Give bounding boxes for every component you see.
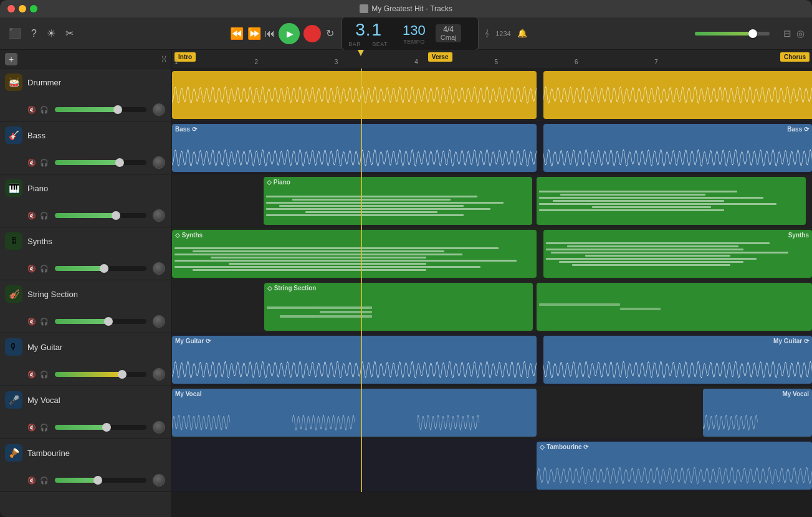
list-icon[interactable]: ⊟: [783, 28, 791, 39]
slider-thumb-my-vocal[interactable]: [102, 423, 111, 432]
track-lane-tambourine[interactable]: ◇ Tambourine ⟳: [172, 439, 812, 492]
region-piano-2[interactable]: [537, 177, 805, 225]
slider-thumb-bass[interactable]: [115, 158, 124, 167]
track-item-synths[interactable]: 🎛 Synths 🔇 🎧: [0, 227, 171, 280]
slider-thumb-synths[interactable]: [100, 264, 108, 273]
timeline-ruler[interactable]: Intro Verse Chorus 1 2 3 4 5 6 7: [172, 50, 812, 69]
mute-button-string-section[interactable]: 🔇: [27, 318, 36, 326]
mute-button-synths[interactable]: 🔇: [27, 265, 36, 273]
track-item-drummer[interactable]: 🥁 Drummer 🔇 🎧: [0, 69, 171, 121]
region-vocal-2[interactable]: My Vocal: [703, 389, 812, 437]
solo-button-piano[interactable]: 🎧: [40, 212, 49, 220]
solo-button-my-vocal[interactable]: 🎧: [40, 424, 49, 432]
master-slider-track[interactable]: [695, 32, 770, 36]
track-lane-my-guitar[interactable]: My Guitar ⟳ My Guitar ⟳: [172, 333, 812, 386]
track-list: + ⟩⟨ 🥁 Drummer 🔇 🎧 🎸: [0, 50, 172, 517]
master-slider-thumb[interactable]: [748, 29, 757, 38]
solo-button-my-guitar[interactable]: 🎧: [40, 371, 49, 379]
smart-controls-button[interactable]: ☀: [45, 26, 57, 40]
volume-slider-my-vocal[interactable]: [55, 425, 146, 430]
mute-button-drummer[interactable]: 🔇: [27, 106, 36, 114]
volume-slider-bass[interactable]: [55, 160, 146, 165]
region-guitar-1[interactable]: My Guitar ⟳: [172, 336, 537, 384]
slider-thumb-tambourine[interactable]: [93, 476, 102, 485]
track-lane-my-vocal[interactable]: My Vocal My Vocal: [172, 386, 812, 439]
volume-slider-string-section[interactable]: [55, 319, 146, 324]
mute-button-bass[interactable]: 🔇: [27, 159, 36, 167]
region-drummer-chorus[interactable]: [722, 71, 812, 119]
master-volume-slider[interactable]: [695, 32, 770, 36]
mute-button-piano[interactable]: 🔇: [27, 212, 36, 220]
region-tambourine-1[interactable]: ◇ Tambourine ⟳: [537, 442, 812, 490]
pan-knob-bass[interactable]: [153, 156, 165, 169]
mute-button-my-guitar[interactable]: 🔇: [27, 371, 36, 379]
volume-slider-synths[interactable]: [55, 266, 146, 271]
skip-back-button[interactable]: ⏮: [265, 28, 275, 39]
pan-knob-my-guitar[interactable]: [153, 368, 165, 381]
region-label-synths-2: Synths: [788, 232, 809, 239]
pan-knob-tambourine[interactable]: [153, 474, 165, 486]
minimize-button[interactable]: [19, 5, 26, 12]
scissors-button[interactable]: ✂: [64, 26, 75, 40]
region-bass-1[interactable]: Bass ⟳: [172, 124, 537, 172]
ruler-mark-3: 3: [332, 59, 412, 65]
slider-thumb-string-section[interactable]: [104, 317, 113, 326]
volume-slider-piano[interactable]: [55, 213, 146, 218]
region-synths-1[interactable]: ◇ Synths: [172, 230, 537, 278]
close-button[interactable]: [7, 5, 15, 12]
pan-knob-piano[interactable]: [153, 209, 165, 222]
maximize-button[interactable]: [30, 5, 37, 12]
add-track-button[interactable]: +: [5, 53, 17, 65]
time-signature-box[interactable]: 4/4 Cmaj: [436, 24, 462, 42]
track-item-my-guitar[interactable]: 🎙 My Guitar 🔇 🎧: [0, 333, 171, 386]
plus-icon: +: [9, 54, 14, 64]
track-lane-synths[interactable]: ◇ Synths Synths: [172, 227, 812, 280]
region-bass-2[interactable]: Bass ⟳: [543, 124, 812, 172]
pan-knob-drummer[interactable]: [153, 103, 165, 116]
record-button[interactable]: [303, 25, 321, 42]
display-panel: 3 . 1 BAR BEAT 130 TEMPO 4/4 Cmaj: [342, 17, 479, 50]
region-guitar-2[interactable]: My Guitar ⟳: [543, 336, 812, 384]
region-piano-1[interactable]: ◇ Piano: [264, 177, 532, 225]
track-lane-bass[interactable]: Bass ⟳ Bass ⟳: [172, 121, 812, 174]
play-button[interactable]: ▶: [279, 23, 300, 44]
collapse-tracks-button[interactable]: ⟩⟨: [161, 55, 166, 63]
play-icon: ▶: [287, 29, 294, 39]
track-lane-drummer[interactable]: [172, 69, 812, 121]
help-button[interactable]: ?: [30, 27, 38, 40]
volume-slider-tambourine[interactable]: [55, 478, 146, 483]
pan-knob-synths[interactable]: [153, 262, 165, 275]
region-strings-2[interactable]: [537, 283, 812, 331]
region-strings-1[interactable]: ◇ String Section: [264, 283, 533, 331]
mute-button-my-vocal[interactable]: 🔇: [27, 424, 36, 432]
track-lane-string-section[interactable]: ◇ String Section: [172, 280, 812, 333]
volume-slider-drummer[interactable]: [55, 107, 146, 112]
cycle-button[interactable]: ↻: [325, 26, 335, 40]
region-drummer-intro[interactable]: [172, 71, 537, 119]
track-item-bass[interactable]: 🎸 Bass 🔇 🎧: [0, 121, 171, 174]
toolbar-right-icons: ⊟ ◎: [783, 28, 805, 39]
waveform-icon[interactable]: ◎: [796, 28, 805, 39]
region-synths-2[interactable]: Synths: [543, 230, 812, 278]
pan-knob-my-vocal[interactable]: [153, 421, 165, 434]
region-vocal-1[interactable]: My Vocal: [172, 389, 537, 437]
track-item-my-vocal[interactable]: 🎤 My Vocal 🔇 🎧: [0, 386, 171, 439]
slider-thumb-piano[interactable]: [112, 211, 120, 220]
pan-knob-string-section[interactable]: [153, 315, 165, 328]
slider-thumb-my-guitar[interactable]: [118, 370, 127, 379]
solo-button-drummer[interactable]: 🎧: [40, 106, 49, 114]
track-item-piano[interactable]: 🎹 Piano 🔇 🎧: [0, 174, 171, 227]
solo-button-synths[interactable]: 🎧: [40, 265, 49, 273]
track-lane-piano[interactable]: ◇ Piano: [172, 174, 812, 227]
solo-button-tambourine[interactable]: 🎧: [40, 477, 49, 485]
solo-button-string-section[interactable]: 🎧: [40, 318, 49, 326]
mute-button-tambourine[interactable]: 🔇: [27, 477, 36, 485]
track-item-tambourine[interactable]: 🪘 Tambourine 🔇 🎧: [0, 439, 171, 492]
track-item-string-section[interactable]: 🎻 String Section 🔇 🎧: [0, 280, 171, 333]
slider-thumb-drummer[interactable]: [113, 105, 122, 114]
library-button[interactable]: ⬛: [7, 26, 22, 40]
fast-forward-button[interactable]: ⏩: [247, 27, 261, 40]
volume-slider-my-guitar[interactable]: [55, 372, 146, 377]
rewind-button[interactable]: ⏪: [230, 27, 244, 40]
solo-button-bass[interactable]: 🎧: [40, 159, 49, 167]
